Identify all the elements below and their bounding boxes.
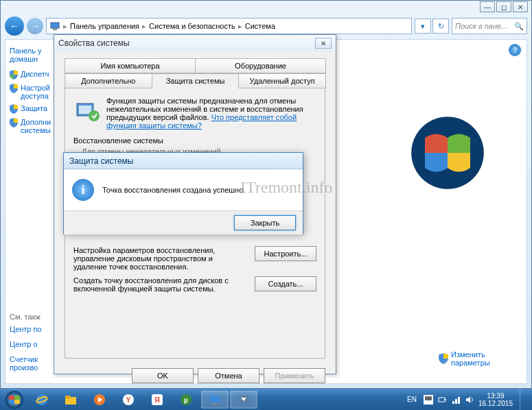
svg-point-5 [89, 110, 100, 121]
tab-remote[interactable]: Удаленный доступ [238, 73, 326, 88]
tab-advanced[interactable]: Дополнительно [65, 73, 152, 88]
svg-rect-10 [65, 396, 71, 398]
minimize-button[interactable]: — [480, 1, 495, 12]
taskbar-app-1[interactable] [201, 391, 229, 409]
ok-button[interactable]: OK [132, 368, 194, 383]
control-panel-home-link[interactable]: Панель у домашн [10, 47, 49, 63]
dialog-title: Свойства системы [58, 38, 130, 48]
messagebox-title: Защита системы [69, 156, 133, 166]
taskbar-yandex[interactable]: Y [115, 391, 142, 409]
search-input[interactable]: Поиск в пане... 🔍 [452, 18, 527, 34]
breadcrumb-system-security[interactable]: Система и безопасность [149, 22, 235, 30]
tray-network-icon[interactable] [451, 395, 461, 405]
apply-button: Применить [264, 368, 325, 383]
breadcrumb-control-panel[interactable]: Панель управления [70, 22, 139, 30]
system-tray: EN 13:39 16.12.2015 [404, 389, 531, 410]
computer-icon [49, 21, 60, 32]
create-text: Создать точку восстановления для дисков … [73, 276, 248, 293]
svg-rect-25 [455, 399, 457, 404]
shield-icon [10, 104, 18, 114]
svg-rect-24 [452, 401, 454, 404]
configure-button[interactable]: Настроить... [255, 246, 316, 261]
sidebar-item-remote[interactable]: Настрой доступа [10, 84, 49, 100]
tray-flag-icon[interactable] [424, 395, 433, 405]
dialog-close-button[interactable]: ✕ [315, 38, 332, 49]
shield-icon [10, 84, 18, 93]
update-center-link[interactable]: Центр о [10, 340, 49, 348]
success-messagebox: Защита системы i Точка восстановления со… [63, 152, 303, 234]
tab-computer-name[interactable]: Имя компьютера [65, 58, 196, 73]
svg-text:µ: µ [184, 396, 188, 404]
sidebar: Панель у домашн Диспетч Настрой доступа … [5, 40, 54, 383]
protection-description: Функция защиты системы предназначена для… [106, 97, 316, 130]
windows-logo [410, 115, 485, 191]
forward-button[interactable]: → [27, 18, 43, 34]
language-indicator[interactable]: EN [404, 394, 419, 405]
svg-rect-19 [212, 403, 218, 405]
clock[interactable]: 13:39 16.12.2015 [478, 392, 513, 407]
info-icon: i [72, 179, 94, 201]
svg-rect-4 [79, 106, 91, 114]
create-button[interactable]: Создать... [255, 276, 316, 291]
perf-counters-link[interactable]: Счетчик произво [10, 355, 49, 372]
sidebar-item-device-manager[interactable]: Диспетч [10, 70, 49, 80]
breadcrumb-system[interactable]: Система [245, 22, 275, 30]
svg-rect-0 [51, 23, 59, 28]
cancel-button[interactable]: Отмена [198, 368, 259, 383]
shield-icon [439, 353, 448, 364]
action-center-link[interactable]: Центр по [10, 325, 49, 333]
svg-rect-1 [53, 29, 57, 30]
history-dropdown[interactable]: ▾ [415, 19, 431, 34]
restore-icon [73, 97, 101, 124]
taskbar-media[interactable] [86, 391, 113, 409]
tray-volume-icon[interactable] [465, 395, 474, 405]
back-button[interactable]: ← [5, 16, 24, 36]
svg-rect-26 [458, 397, 460, 404]
taskbar-utorrent[interactable]: µ [172, 391, 200, 409]
tab-hardware[interactable]: Оборудование [195, 58, 326, 73]
refresh-button[interactable]: ↻ [432, 19, 449, 34]
address-bar[interactable]: ▸ Панель управления ▸ Система и безопасн… [46, 18, 412, 34]
taskbar-app-2[interactable] [230, 391, 257, 409]
start-button[interactable] [1, 390, 27, 409]
shield-icon [10, 118, 18, 128]
sidebar-item-protection[interactable]: Защита [10, 104, 49, 114]
tab-system-protection[interactable]: Защита системы [152, 73, 240, 88]
help-icon[interactable]: ? [509, 44, 521, 56]
sidebar-item-advanced[interactable]: Дополни системы [10, 118, 49, 134]
restore-group-label: Восстановление системы [73, 136, 316, 145]
see-also-label: См. такж [10, 313, 49, 321]
svg-text:Y: Y [126, 396, 131, 404]
messagebox-text: Точка восстановления создана успешно. [102, 186, 245, 194]
change-settings-link[interactable]: Изменить параметры [439, 350, 499, 367]
configure-text: Настройка параметров восстановления, упр… [73, 246, 248, 271]
show-desktop-button[interactable] [520, 389, 527, 410]
taskbar-explorer[interactable] [57, 391, 84, 409]
close-button[interactable]: Закрыть [234, 215, 296, 230]
maximize-button[interactable]: ◻ [496, 1, 511, 12]
taskbar-ie[interactable] [28, 391, 56, 409]
search-icon: 🔍 [514, 22, 524, 31]
shield-icon [10, 70, 18, 80]
tray-battery-icon[interactable] [437, 395, 447, 405]
taskbar-yandex-2[interactable]: Я [143, 391, 171, 409]
svg-rect-18 [210, 396, 220, 402]
svg-rect-23 [445, 399, 446, 400]
svg-rect-22 [439, 398, 445, 402]
taskbar: Y Я µ EN 13:39 16.12.2015 [0, 389, 532, 410]
close-button[interactable]: ✕ [513, 1, 528, 12]
svg-text:Я: Я [154, 396, 160, 404]
